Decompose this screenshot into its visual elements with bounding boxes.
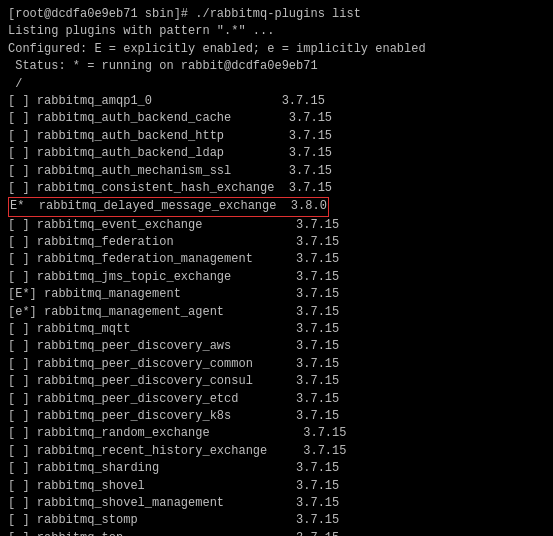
terminal-line: [ ] rabbitmq_shovel 3.7.15 [8,478,545,495]
terminal-line: [ ] rabbitmq_peer_discovery_etcd 3.7.15 [8,391,545,408]
terminal-line: [ ] rabbitmq_peer_discovery_common 3.7.1… [8,356,545,373]
terminal: [root@dcdfa0e9eb71 sbin]# ./rabbitmq-plu… [0,0,553,536]
terminal-line: [ ] rabbitmq_jms_topic_exchange 3.7.15 [8,269,545,286]
terminal-line: [E*] rabbitmq_management 3.7.15 [8,286,545,303]
terminal-line: [ ] rabbitmq_stomp 3.7.15 [8,512,545,529]
terminal-line: [ ] rabbitmq_top 3.7.15 [8,530,545,536]
terminal-line: [ ] rabbitmq_federation 3.7.15 [8,234,545,251]
terminal-line: Configured: E = explicitly enabled; e = … [8,41,545,58]
terminal-line: [ ] rabbitmq_random_exchange 3.7.15 [8,425,545,442]
terminal-line: [ ] rabbitmq_recent_history_exchange 3.7… [8,443,545,460]
terminal-line: [ ] rabbitmq_sharding 3.7.15 [8,460,545,477]
terminal-line: [ ] rabbitmq_shovel_management 3.7.15 [8,495,545,512]
terminal-line: Status: * = running on rabbit@dcdfa0e9eb… [8,58,545,75]
terminal-line: [ ] rabbitmq_auth_backend_ldap 3.7.15 [8,145,545,162]
terminal-line: [ ] rabbitmq_peer_discovery_aws 3.7.15 [8,338,545,355]
terminal-line: [e*] rabbitmq_management_agent 3.7.15 [8,304,545,321]
terminal-line: [ ] rabbitmq_event_exchange 3.7.15 [8,217,545,234]
terminal-line: [ ] rabbitmq_peer_discovery_consul 3.7.1… [8,373,545,390]
terminal-line: [ ] rabbitmq_auth_backend_cache 3.7.15 [8,110,545,127]
terminal-line: [ ] rabbitmq_federation_management 3.7.1… [8,251,545,268]
terminal-line: E* rabbitmq_delayed_message_exchange 3.8… [8,197,545,216]
terminal-line: [ ] rabbitmq_consistent_hash_exchange 3.… [8,180,545,197]
terminal-line: [ ] rabbitmq_auth_mechanism_ssl 3.7.15 [8,163,545,180]
terminal-line: Listing plugins with pattern ".*" ... [8,23,545,40]
terminal-line: [ ] rabbitmq_amqp1_0 3.7.15 [8,93,545,110]
terminal-line: [ ] rabbitmq_peer_discovery_k8s 3.7.15 [8,408,545,425]
terminal-line: [root@dcdfa0e9eb71 sbin]# ./rabbitmq-plu… [8,6,545,23]
highlighted-plugin-line: E* rabbitmq_delayed_message_exchange 3.8… [8,197,329,216]
terminal-line: [ ] rabbitmq_auth_backend_http 3.7.15 [8,128,545,145]
terminal-line: [ ] rabbitmq_mqtt 3.7.15 [8,321,545,338]
terminal-line: / [8,76,545,93]
